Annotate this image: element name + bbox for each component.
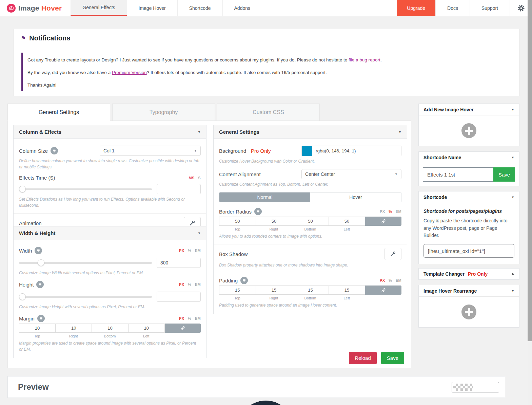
- animation-label: Animation: [19, 220, 42, 226]
- preview-transparency-input[interactable]: [452, 382, 499, 392]
- shortcode-name-header[interactable]: Shortcode Name ▼: [419, 152, 519, 163]
- page-scrollbar[interactable]: [528, 0, 532, 405]
- border-radius-link-toggle[interactable]: [365, 217, 401, 226]
- device-help-icon[interactable]: [35, 247, 42, 254]
- settings-footer: Reload Save: [8, 347, 411, 368]
- border-radius-right-input[interactable]: [256, 217, 293, 226]
- settings-tabs: General Settings Typography Custom CSS: [7, 104, 322, 121]
- shortcode-subtitle: Shortcode for posts/pages/plugins: [423, 208, 514, 214]
- margin-units[interactable]: PX % EM: [177, 316, 201, 320]
- reload-button[interactable]: Reload: [349, 352, 377, 364]
- column-effects-panel: Column & Effects ▼ Column Size Col 1 ▼ D…: [13, 125, 206, 243]
- template-changer-header[interactable]: Template Changer Pro Only ▶: [419, 269, 519, 279]
- nav-tab-general-effects[interactable]: General Effects: [71, 0, 126, 16]
- content-alignment-desc: Customize Content Aginment as Top, Botto…: [219, 181, 401, 187]
- column-effects-header[interactable]: Column & Effects ▼: [14, 125, 206, 139]
- background-label: Background: [219, 148, 246, 154]
- device-help-icon[interactable]: [51, 147, 58, 154]
- notifications-title: Notifications: [29, 34, 70, 42]
- height-units[interactable]: PX % EM: [177, 282, 201, 287]
- notifications-panel: ⚑ Notifications Got any Trouble to creat…: [14, 29, 519, 96]
- margin-top-input[interactable]: [19, 324, 56, 333]
- device-help-icon[interactable]: [240, 277, 248, 284]
- padding-units[interactable]: PX % EM: [377, 278, 401, 282]
- device-help-icon[interactable]: [254, 208, 262, 215]
- border-radius-inputs: [219, 217, 401, 226]
- padding-left-input[interactable]: [329, 286, 366, 295]
- upgrade-button[interactable]: Upgrade: [397, 0, 435, 16]
- nav-tab-shortcode[interactable]: Shortcode: [177, 0, 222, 16]
- tab-typography[interactable]: Typography: [112, 104, 215, 121]
- general-settings-header[interactable]: General Settings ▼: [214, 125, 407, 139]
- device-help-icon[interactable]: [37, 315, 45, 322]
- slider-handle[interactable]: [19, 186, 26, 192]
- margin-right-input[interactable]: [55, 324, 92, 333]
- rearrange-plus-icon[interactable]: [461, 305, 476, 319]
- content-alignment-label: Content Alignment: [219, 171, 261, 177]
- caret-down-icon: ▼: [198, 130, 201, 134]
- camera-logo-icon: [7, 4, 16, 13]
- effects-time-slider[interactable]: [19, 185, 152, 194]
- docs-button[interactable]: Docs: [435, 0, 470, 16]
- effects-time-desc: Set Effects Durations as How long you wa…: [19, 196, 201, 208]
- add-new-plus-icon[interactable]: [461, 123, 476, 138]
- padding-label: Padding: [219, 278, 238, 283]
- padding-top-input[interactable]: [219, 286, 256, 295]
- width-input[interactable]: [157, 258, 201, 268]
- border-radius-label: Border Radius: [219, 209, 252, 215]
- nav-tab-addons[interactable]: Addons: [222, 0, 262, 16]
- slider-handle[interactable]: [19, 293, 26, 300]
- device-help-icon[interactable]: [36, 281, 44, 288]
- caret-down-icon: ▼: [511, 156, 514, 159]
- width-height-header[interactable]: Width & Height ▼: [14, 226, 206, 240]
- shortcode-code-box[interactable]: [iheu_ultimate_oxi id="1"]: [423, 244, 514, 258]
- content-alignment-select[interactable]: Center Center ▼: [301, 169, 401, 179]
- margin-bottom-input[interactable]: [92, 324, 128, 333]
- chevron-down-icon: ▼: [395, 172, 398, 176]
- effects-time-input[interactable]: [157, 184, 201, 194]
- caret-down-icon: ▼: [511, 289, 514, 293]
- slider-handle[interactable]: [38, 259, 44, 266]
- effects-time-units[interactable]: MS S: [186, 176, 201, 180]
- box-shadow-desc: Box Shadow property attaches one or more…: [219, 262, 401, 268]
- support-button[interactable]: Support: [470, 0, 510, 16]
- padding-link-toggle[interactable]: [365, 286, 401, 295]
- shortcode-name-input[interactable]: [423, 167, 493, 182]
- width-slider[interactable]: [19, 258, 152, 267]
- normal-state-button[interactable]: Normal: [219, 192, 310, 202]
- shortcode-name-save-button[interactable]: Save: [493, 167, 515, 182]
- padding-right-input[interactable]: [256, 286, 293, 295]
- add-new-header[interactable]: Add New Image Hover ▼: [419, 104, 519, 115]
- height-input[interactable]: [157, 292, 201, 302]
- padding-bottom-input[interactable]: [292, 286, 329, 295]
- nav-tab-image-hover[interactable]: Image Hover: [127, 0, 177, 16]
- border-radius-units[interactable]: PX % EM: [377, 209, 401, 214]
- tab-general-settings[interactable]: General Settings: [7, 104, 110, 121]
- background-color-field[interactable]: rgba(0, 146, 194, 1): [301, 146, 401, 156]
- border-radius-desc: Allows you to add rounded corners to Ima…: [219, 233, 401, 239]
- notification-line-3: Thanks Again!: [27, 82, 512, 88]
- border-radius-left-input[interactable]: [329, 217, 366, 226]
- box-shadow-wrench-button[interactable]: [385, 248, 401, 260]
- rearrange-header[interactable]: Image Hover Rearrange ▼: [419, 285, 519, 297]
- border-radius-bottom-input[interactable]: [292, 217, 329, 226]
- flag-icon: ⚑: [21, 35, 26, 42]
- caret-down-icon: ▼: [511, 108, 514, 111]
- scrollbar-thumb[interactable]: [528, 0, 532, 341]
- bug-report-link[interactable]: file a bug report: [349, 57, 380, 62]
- premium-version-link[interactable]: Premium Version: [112, 70, 147, 75]
- height-desc: Customize Image Height with several opti…: [19, 304, 201, 310]
- border-radius-top-input[interactable]: [219, 217, 256, 226]
- hover-state-button[interactable]: Hover: [310, 192, 401, 202]
- width-units[interactable]: PX % EM: [177, 248, 201, 253]
- background-desc: Customize Hover Background with Color or…: [219, 158, 401, 164]
- save-button[interactable]: Save: [381, 352, 404, 364]
- margin-left-input[interactable]: [128, 324, 165, 333]
- caret-down-icon: ▼: [398, 130, 401, 134]
- shortcode-header[interactable]: Shortcode ▼: [419, 191, 519, 203]
- color-swatch[interactable]: [302, 146, 312, 156]
- tab-custom-css[interactable]: Custom CSS: [217, 104, 320, 121]
- height-slider[interactable]: [19, 292, 152, 301]
- margin-link-toggle[interactable]: [165, 324, 201, 333]
- column-size-select[interactable]: Col 1 ▼: [100, 146, 201, 156]
